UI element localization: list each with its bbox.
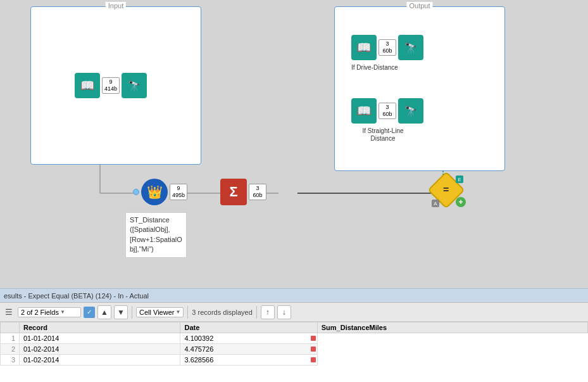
toolbar-separator-3 xyxy=(256,306,257,319)
table-row: 301-02-20143.628566 xyxy=(1,355,588,366)
bino-icon[interactable]: 🔭 xyxy=(122,73,147,98)
output-sl-bino-icon[interactable]: 🔭 xyxy=(398,98,423,124)
book-icon[interactable]: 📖 xyxy=(75,73,100,98)
sigma-data-badge: 3 60b xyxy=(249,184,266,200)
sigma-icon[interactable]: Σ xyxy=(220,179,247,205)
row-num-cell: 3 xyxy=(1,355,20,366)
output-sl-badge: 3 60b xyxy=(378,103,396,119)
formula-label: ST_Distance ([SpatialObj], [Row+1:Spatia… xyxy=(125,212,187,258)
cell-viewer-label: Cell Viewer xyxy=(139,309,174,316)
red-indicator xyxy=(311,357,316,362)
output-drive-book-icon[interactable]: 📖 xyxy=(351,35,377,60)
workflow-canvas[interactable]: Input 📖 9 414b 🔭 Output 📖 3 60b 🔭 If Dri… xyxy=(0,0,588,288)
crown-input-port xyxy=(133,189,139,195)
col-header-record[interactable] xyxy=(1,322,20,333)
crown-icon[interactable]: 👑 xyxy=(141,179,168,205)
output-container: Output xyxy=(334,6,505,171)
col-header-distance[interactable]: Sum_DistanceMiles xyxy=(317,322,587,333)
distance-cell: 4.475726 xyxy=(180,344,317,355)
data-table: Record Record Date Sum_DistanceMiles 101… xyxy=(0,322,588,366)
input-label: Input xyxy=(106,2,126,10)
crown-node[interactable]: 👑 9 495b xyxy=(133,179,187,205)
table-row: 201-02-20144.475726 xyxy=(1,344,588,355)
equal-node[interactable]: = A E + xyxy=(433,177,462,206)
fields-down-btn[interactable]: ▼ xyxy=(114,305,128,319)
sigma-node[interactable]: Σ 3 60b xyxy=(220,179,266,205)
port-a: A xyxy=(432,200,439,207)
sl-tool-row: 📖 3 60b 🔭 xyxy=(351,98,423,124)
cell-viewer-arrow: ▼ xyxy=(175,309,180,315)
col-header-date-vis[interactable]: Date xyxy=(180,322,317,333)
sl-distance-label: If Straight-Line Distance xyxy=(351,127,415,143)
output-label: Output xyxy=(406,2,432,10)
row-num-cell: 1 xyxy=(1,333,20,344)
table-row: 101-01-20144.100392 xyxy=(1,333,588,344)
results-bar: esults - Expect Equal (BETA) (124) - In … xyxy=(0,288,588,302)
port-e: E xyxy=(456,175,463,183)
toolbar-icon-btn-left[interactable]: ☰ xyxy=(3,306,15,319)
input-data-badge: 9 414b xyxy=(102,77,120,94)
output-sl-group: 📖 3 60b 🔭 If Straight-Line Distance xyxy=(351,98,423,143)
drive-distance-label: If Drive-Distance xyxy=(351,64,398,72)
output-drive-group: 📖 3 60b 🔭 If Drive-Distance xyxy=(351,35,423,72)
red-indicator xyxy=(311,336,316,341)
input-book-node[interactable]: 📖 9 414b 🔭 xyxy=(75,73,147,98)
red-indicator xyxy=(311,347,316,352)
results-text: esults - Expect Equal (BETA) (124) - In … xyxy=(4,292,149,300)
drive-tool-row: 📖 3 60b 🔭 xyxy=(351,35,423,60)
fields-dropdown-arrow: ▼ xyxy=(60,309,65,315)
confirm-fields-btn[interactable]: ✓ xyxy=(84,307,95,318)
scroll-down-btn[interactable]: ↓ xyxy=(277,305,291,319)
col-header-record-vis[interactable]: Record xyxy=(20,322,180,333)
output-drive-bino-icon[interactable]: 🔭 xyxy=(398,35,423,60)
crown-data-badge: 9 495b xyxy=(170,184,187,200)
fields-selector[interactable]: 2 of 2 Fields ▼ xyxy=(18,307,81,317)
output-drive-badge: 3 60b xyxy=(378,39,396,56)
row-num-cell: 2 xyxy=(1,344,20,355)
fields-up-btn[interactable]: ▲ xyxy=(97,305,111,319)
bottom-toolbar: ☰ 2 of 2 Fields ▼ ✓ ▲ ▼ Cell Viewer ▼ 3 … xyxy=(0,302,588,321)
output-sl-book-icon[interactable]: 📖 xyxy=(351,98,377,124)
data-table-container: Record Record Date Sum_DistanceMiles 101… xyxy=(0,321,588,382)
add-output-btn[interactable]: + xyxy=(456,197,466,207)
cell-viewer-selector[interactable]: Cell Viewer ▼ xyxy=(136,307,184,317)
date-cell: 01-01-2014 xyxy=(20,333,180,344)
records-displayed-text: 3 records displayed xyxy=(192,309,252,316)
date-cell: 01-02-2014 xyxy=(20,355,180,366)
distance-cell: 3.628566 xyxy=(180,355,317,366)
fields-label: 2 of 2 Fields xyxy=(21,309,59,316)
date-cell: 01-02-2014 xyxy=(20,344,180,355)
toolbar-separator-1 xyxy=(132,306,132,319)
distance-cell: 4.100392 xyxy=(180,333,317,344)
toolbar-separator-2 xyxy=(187,306,188,319)
scroll-up-btn[interactable]: ↑ xyxy=(261,305,275,319)
